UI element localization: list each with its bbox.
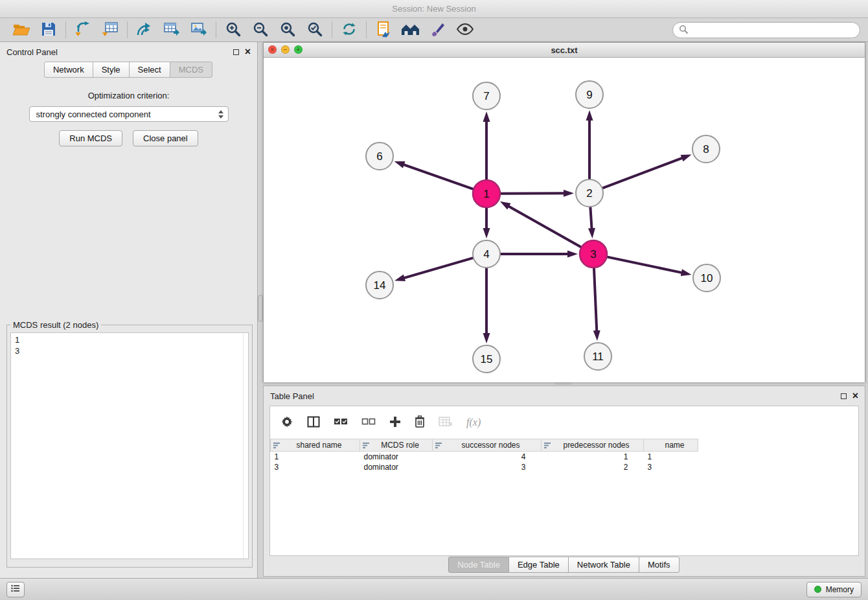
gear-icon [280, 415, 293, 430]
export-network-button[interactable] [131, 19, 158, 40]
import-network-button[interactable] [69, 19, 97, 40]
deselect-icon [361, 417, 376, 428]
table-row[interactable]: 3 dominator 3 2 3 [271, 462, 698, 472]
graph-edge-4-14[interactable] [403, 258, 474, 279]
export-image-button[interactable] [185, 19, 212, 40]
graph-node-label-7: 7 [483, 90, 489, 102]
cell-shared-name[interactable]: 3 [271, 462, 360, 472]
cell-name[interactable]: 1 [644, 452, 698, 462]
select-all-button[interactable] [334, 417, 348, 428]
tab-node-table[interactable]: Node Table [448, 557, 509, 573]
column-header-successor-nodes[interactable]: successor nodes [433, 439, 542, 452]
sort-icon [435, 442, 442, 451]
fx-icon: f(x) [466, 417, 481, 428]
copy-network-button[interactable] [370, 19, 397, 40]
mcds-panel-body: Optimization criterion: strongly connect… [0, 91, 257, 146]
delete-table-button[interactable] [439, 417, 453, 429]
delete-column-button[interactable] [415, 415, 425, 430]
plus-icon [389, 416, 401, 430]
cell-name[interactable]: 3 [644, 462, 698, 472]
zoom-fit-button[interactable] [274, 19, 301, 40]
table-settings-button[interactable] [280, 415, 293, 430]
close-table-panel-icon[interactable]: × [852, 391, 858, 400]
show-columns-button[interactable] [307, 416, 320, 430]
cell-successor-nodes[interactable]: 3 [433, 462, 542, 472]
tab-edge-table[interactable]: Edge Table [508, 557, 569, 573]
style-brush-icon [430, 21, 446, 39]
deselect-all-button[interactable] [361, 417, 376, 428]
table-header-row: shared name MCDS role successor nodes pr… [271, 439, 698, 452]
zoom-in-button[interactable] [220, 19, 247, 40]
memory-button[interactable]: Memory [806, 582, 862, 597]
graph-edge-3-11[interactable] [594, 267, 597, 332]
titlebar: Session: New Session [0, 0, 868, 18]
table-panel-tabs: Node Table Edge Table Network Table Moti… [264, 557, 865, 573]
minimize-window-button[interactable]: − [281, 45, 290, 54]
export-table-icon [163, 21, 180, 39]
maximize-window-button[interactable]: + [294, 45, 303, 54]
tab-select[interactable]: Select [129, 62, 170, 78]
graph-node-label-3: 3 [590, 248, 596, 260]
cell-mcds-role[interactable]: dominator [360, 462, 433, 472]
toolbar-separator [127, 21, 128, 38]
copy-network-icon [376, 21, 391, 40]
show-hide-button[interactable] [451, 19, 479, 40]
float-panel-icon[interactable] [233, 49, 239, 55]
graph-edge-arrow-4-15 [483, 333, 490, 343]
import-table-button[interactable] [97, 19, 124, 40]
search-box[interactable] [672, 22, 860, 38]
column-header-shared-name[interactable]: shared name [271, 439, 360, 452]
column-header-name[interactable]: name [644, 439, 698, 452]
cell-predecessor-nodes[interactable]: 1 [542, 452, 644, 462]
column-header-mcds-role[interactable]: MCDS role [360, 439, 433, 452]
memory-status-dot [814, 586, 821, 593]
refresh-view-button[interactable] [336, 19, 363, 40]
graph-edge-3-10[interactable] [606, 257, 683, 273]
close-panel-button[interactable]: Close panel [133, 130, 198, 146]
mcds-result-output[interactable]: 1 3 [10, 332, 249, 559]
control-panel-header: Control Panel × [0, 42, 257, 62]
network-canvas[interactable]: 7968124314101511 [264, 58, 865, 382]
zoom-selected-button[interactable] [301, 19, 328, 40]
cell-successor-nodes[interactable]: 4 [433, 452, 542, 462]
run-mcds-button[interactable]: Run MCDS [59, 130, 122, 146]
vertical-splitter-handle[interactable] [258, 295, 263, 322]
add-column-button[interactable] [389, 416, 401, 430]
cell-predecessor-nodes[interactable]: 2 [542, 462, 644, 472]
toolbar-separator [366, 21, 367, 38]
graph-edge-2-3[interactable] [590, 206, 591, 229]
network-window-titlebar[interactable]: × − + scc.txt [264, 43, 865, 58]
close-panel-icon[interactable]: × [245, 47, 251, 56]
graph-edge-arrow-2-8 [681, 154, 692, 161]
tab-mcds[interactable]: MCDS [170, 62, 212, 78]
column-header-predecessor-nodes[interactable]: predecessor nodes [542, 439, 644, 452]
list-button[interactable] [6, 582, 25, 597]
delete-table-icon [439, 417, 453, 429]
traffic-lights: × − + [268, 45, 303, 54]
search-input[interactable] [692, 25, 854, 35]
export-table-button[interactable] [158, 19, 185, 40]
criterion-dropdown[interactable]: strongly connected component [29, 106, 229, 122]
table-row[interactable]: 1 dominator 4 1 1 [271, 452, 698, 462]
cell-shared-name[interactable]: 1 [271, 452, 360, 462]
function-builder-button[interactable]: f(x) [466, 417, 481, 428]
zoom-out-button[interactable] [247, 19, 274, 40]
layout-home-button[interactable] [397, 19, 424, 40]
save-session-button[interactable] [35, 19, 62, 40]
float-table-panel-icon[interactable] [841, 393, 847, 399]
mcds-result-line: 1 [15, 334, 244, 345]
tab-network-table[interactable]: Network Table [568, 557, 639, 573]
apply-style-button[interactable] [424, 19, 451, 40]
graph-edge-1-6[interactable] [403, 165, 474, 190]
graph-edge-3-1[interactable] [508, 206, 582, 248]
graph-node-label-14: 14 [374, 279, 386, 292]
open-session-button[interactable] [8, 19, 35, 40]
tab-network[interactable]: Network [44, 62, 93, 78]
tab-motifs[interactable]: Motifs [639, 557, 680, 573]
list-icon [11, 584, 20, 594]
graph-edge-2-8[interactable] [602, 157, 683, 189]
close-window-button[interactable]: × [268, 45, 277, 54]
graph-edge-1-2[interactable] [499, 193, 565, 194]
tab-style[interactable]: Style [93, 62, 130, 78]
cell-mcds-role[interactable]: dominator [360, 452, 433, 462]
